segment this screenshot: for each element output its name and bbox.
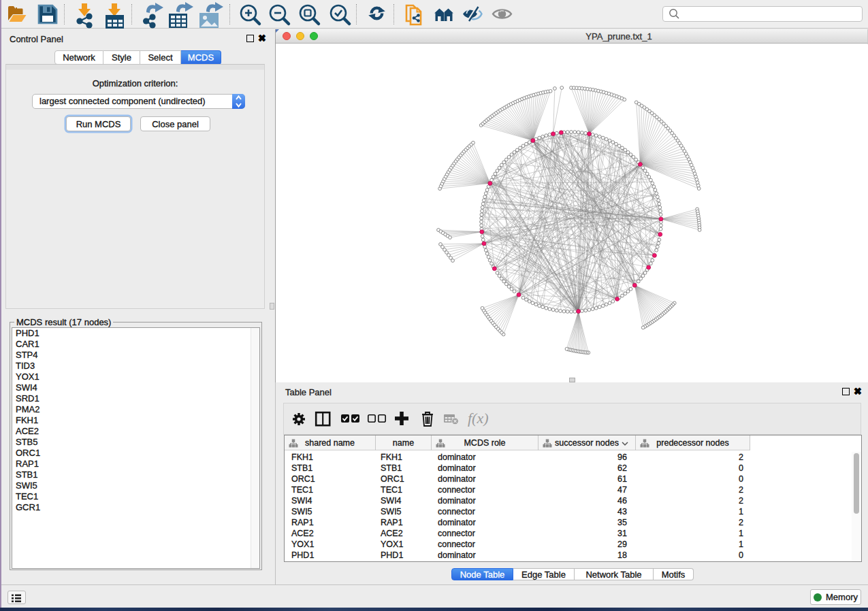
svg-text:f(x): f(x) <box>468 410 489 427</box>
